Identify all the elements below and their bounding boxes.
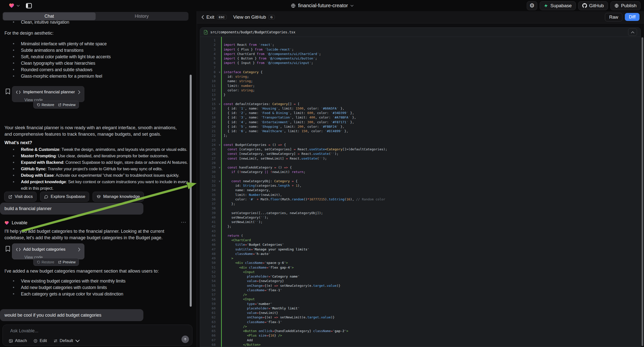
- send-button[interactable]: [182, 336, 189, 343]
- bookmark-icon[interactable]: [5, 88, 10, 94]
- code-line: 39 setCategories([...categories, newCate…: [200, 211, 640, 215]
- code-line: 40 setNewCategory('');: [200, 215, 640, 220]
- code-line: 5import { Button } from '@/components/ui…: [200, 56, 640, 61]
- code-line: 30 if (!newCategory || !newLimit) return…: [200, 170, 640, 174]
- file-path-bar[interactable]: src/components/budget/BudgetCategories.t…: [200, 28, 640, 37]
- lovable-logo-icon[interactable]: [8, 3, 15, 8]
- file-path: src/components/budget/BudgetCategories.t…: [210, 30, 295, 34]
- list-item: Clean, intuitive navigation: [0, 19, 197, 26]
- list-item: Add new budget categories with custom li…: [0, 284, 197, 291]
- code-line: 49 >: [200, 256, 640, 260]
- top-bar: financial-future-creator ⚙ Supabase GitH…: [0, 0, 644, 12]
- restore-button[interactable]: Restore: [37, 259, 54, 265]
- code-line: 24∨const BudgetCategories = () => {: [200, 143, 640, 147]
- list-item: Glass-morphic elements for a premium fee…: [0, 73, 197, 80]
- list-item: Debug with Ease: Activate our experiment…: [0, 172, 197, 179]
- code-line: 15∨const defaultCategories: Category[] =…: [200, 102, 640, 106]
- code-line: 6import { Input } from '@/components/ui/…: [200, 61, 640, 65]
- github-button[interactable]: GitHub: [578, 1, 608, 10]
- exit-button[interactable]: Exit ESC: [202, 14, 227, 20]
- project-name: financial-future-creator: [298, 3, 348, 8]
- restore-preview-pill: RestorePreview: [33, 258, 79, 266]
- publish-globe-icon: [614, 4, 619, 8]
- code-line: 31: [200, 174, 640, 179]
- preview-button[interactable]: Preview: [58, 259, 76, 265]
- chevron-down-icon[interactable]: [17, 5, 20, 7]
- code-line: 68 </Button>: [200, 342, 640, 347]
- chat-scrollbar[interactable]: [190, 75, 192, 307]
- code-line: 44 return (: [200, 234, 640, 238]
- external-link-icon: [8, 195, 12, 199]
- collapse-file-button[interactable]: [628, 28, 637, 36]
- restore-preview-pill: RestorePreview: [33, 101, 79, 108]
- list-item: Master Prompting: Use clear, detailed, a…: [0, 153, 197, 159]
- view-on-github-label: View on GitHub: [233, 14, 266, 20]
- list-item: Minimalist interface with plenty of whit…: [0, 40, 197, 47]
- visit-docs-button[interactable]: Visit docs: [4, 192, 36, 202]
- version-card[interactable]: Implement financial plannerView code: [12, 86, 84, 102]
- code-line: 26 const [newCategory, setNewCategory] =…: [200, 152, 640, 156]
- code-line: 56 className="flex-1": [200, 288, 640, 292]
- project-switcher[interactable]: financial-future-creator: [290, 0, 353, 11]
- version-card-block: Implement financial plannerView codeRest…: [0, 86, 197, 110]
- supabase-button[interactable]: Supabase: [540, 1, 576, 10]
- list-item: GitHub Sync: Transfer your project's cod…: [0, 166, 197, 172]
- list-item: View existing budget categories with the…: [0, 278, 197, 284]
- list-item: Clean typography with clear hierarchies: [0, 60, 197, 66]
- code-line: 12 color: string;: [200, 88, 640, 92]
- settings-button[interactable]: ⚙: [527, 1, 537, 10]
- sliders-icon: [54, 339, 58, 343]
- code-line: 35 limit: Number(newLimit),: [200, 193, 640, 197]
- chat-heading: What's next?: [0, 140, 197, 146]
- gear-icon: ⚙: [530, 3, 535, 8]
- publish-button[interactable]: Publish: [610, 1, 640, 10]
- code-line: 46 title="Budget Categories": [200, 242, 640, 247]
- assistant-name: Lovable: [12, 220, 28, 226]
- explore-supabase-button[interactable]: Explore Supabase: [40, 192, 89, 202]
- attach-button[interactable]: Attach: [9, 338, 27, 343]
- bookmark-icon[interactable]: [5, 246, 10, 252]
- code-line: 2import React from 'react';: [200, 42, 640, 47]
- edit-label: Edit: [40, 338, 47, 343]
- code-line: 66 <Plus size={16} />: [200, 333, 640, 338]
- code-scrollbar[interactable]: [642, 37, 643, 346]
- diff-button[interactable]: Diff: [625, 13, 640, 21]
- restore-button[interactable]: Restore: [37, 102, 54, 108]
- manage-knowledge-button[interactable]: Manage knowledge: [92, 192, 144, 202]
- assistant-header: Lovable: [0, 220, 197, 226]
- publish-label: Publish: [621, 3, 636, 8]
- chat-input[interactable]: [10, 328, 177, 336]
- code-line: 41 setNewLimit('');: [200, 220, 640, 224]
- code-line: 21 { id: '6', name: 'Healthcare', limit:…: [200, 129, 640, 134]
- chevron-up-icon: [631, 31, 634, 33]
- more-options-icon[interactable]: [181, 220, 186, 224]
- code-line: 38: [200, 206, 640, 210]
- chevron-left-icon: [202, 15, 204, 19]
- code-line: 36 color: '#' + Math.floor(Math.random()…: [200, 197, 640, 202]
- version-card-title: Add budget categories: [23, 246, 76, 253]
- code-line: 23: [200, 138, 640, 143]
- code-line: 14: [200, 97, 640, 102]
- code-line: 67 Add: [200, 338, 640, 342]
- chevron-down-icon: [76, 339, 80, 343]
- file-added-icon: [204, 30, 208, 34]
- knowledge-icon: [96, 195, 101, 199]
- preview-button[interactable]: Preview: [58, 102, 76, 108]
- raw-button[interactable]: Raw: [605, 13, 622, 22]
- attach-label: Attach: [15, 338, 27, 343]
- code-line: 22];: [200, 134, 640, 138]
- version-card[interactable]: Add budget categoriesView code: [12, 244, 84, 260]
- view-on-github-button[interactable]: View on GitHub G: [233, 14, 275, 20]
- list-item: Expand with Backend: Connect Supabase to…: [0, 159, 197, 166]
- code-line: 63 className="flex-1": [200, 320, 640, 324]
- code-line: 1: [200, 38, 640, 42]
- github-icon: [582, 3, 587, 8]
- code-line: 54 value={newCategory}: [200, 279, 640, 283]
- code-line: 59 type="number": [200, 302, 640, 306]
- next-steps-list: Refine & Customize: Tweak the design, an…: [0, 146, 197, 192]
- list-item: Each category gets a unique color for vi…: [0, 291, 197, 297]
- mode-select[interactable]: Default: [54, 338, 80, 343]
- edit-button[interactable]: Edit: [33, 338, 47, 343]
- g-shortcut-badge: G: [268, 15, 274, 20]
- toggle-sidebar-icon[interactable]: [25, 2, 32, 10]
